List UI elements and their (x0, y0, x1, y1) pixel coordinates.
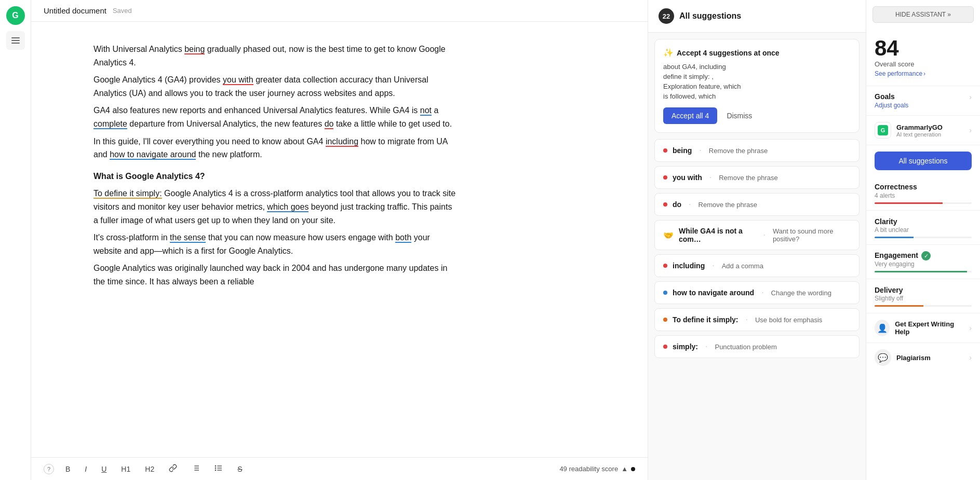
correctness-sub: 4 alerts (875, 192, 972, 199)
clarity-sub: A bit unclear (875, 226, 972, 234)
doc-saved-status: Saved (113, 7, 132, 15)
clarity-bar (875, 237, 972, 238)
editor-heading: What is Google Analytics 4? (93, 170, 457, 183)
plagiarism-icon: 💬 (875, 349, 891, 366)
accept-item-3: Exploration feature, which (663, 83, 851, 90)
clarity-section: Clarity A bit unclear (866, 211, 980, 245)
suggestion-dot-red (663, 264, 667, 268)
go-chevron: › (969, 126, 972, 134)
engagement-sub: Very engaging (875, 260, 972, 268)
underline-you-with: you with (223, 75, 253, 85)
editor-paragraph-5: To define it simply: Google Analytics 4 … (93, 187, 457, 227)
readability-score: 49 readability score ▲ (559, 465, 635, 473)
grammarly-go-title: GrammarlyGO (896, 124, 943, 131)
bottom-toolbar: ? B I U H1 H2 S 49 readability score ▲ (31, 457, 648, 480)
editor-paragraph-2: Google Analytics 4 (GA4) provides you wi… (93, 73, 457, 100)
suggestions-title: All suggestions (679, 11, 741, 21)
suggestion-item-do[interactable]: do · Remove the phrase (654, 193, 860, 216)
link-button[interactable] (166, 462, 180, 476)
left-toolbar: G (0, 0, 31, 480)
h1-button[interactable]: H1 (118, 463, 133, 475)
dismiss-button[interactable]: Dismiss (722, 107, 756, 124)
accept-item-4: is followed, which (663, 92, 851, 100)
doc-title: Untitled document (44, 6, 106, 15)
plagiarism-chevron: › (969, 353, 972, 362)
italic-button[interactable]: I (82, 463, 90, 475)
expert-card[interactable]: 👤 Get Expert Writing Help › (866, 313, 980, 343)
svg-point-10 (216, 468, 216, 468)
suggestion-dot-red (663, 202, 667, 207)
main-content: Untitled document Saved With Universal A… (31, 0, 648, 480)
delivery-title: Delivery (875, 286, 903, 294)
accept-items: about GA4, including define it simply: ,… (663, 63, 851, 100)
editor-paragraph-6: It's cross-platform in the sense that yo… (93, 231, 457, 257)
all-suggestions-button[interactable]: All suggestions (875, 152, 972, 170)
strikethrough-button[interactable]: S (234, 463, 245, 475)
adjust-goals-link[interactable]: Adjust goals (875, 102, 972, 109)
suggestions-list: ✨ Accept 4 suggestions at once about GA4… (648, 33, 866, 480)
suggestion-item-simply[interactable]: simply: · Punctuation problem (654, 335, 860, 358)
delivery-sub: Slightly off (875, 295, 972, 302)
suggestion-dot-red (663, 148, 667, 153)
underline-do: do (325, 119, 334, 129)
positive-emoji: 🤝 (663, 230, 674, 240)
underline-being: being (184, 45, 205, 54)
hamburger-line (11, 37, 20, 38)
hamburger-line (11, 43, 20, 44)
engagement-bar (875, 271, 972, 272)
grammarly-go-sub: AI text generation (896, 131, 943, 138)
accept-all-button[interactable]: Accept all 4 (663, 107, 717, 124)
suggestion-dot-orange (663, 318, 667, 322)
goals-section: Goals › Adjust goals (866, 86, 980, 116)
svg-point-9 (216, 465, 216, 466)
underline-not: not (420, 106, 432, 116)
suggestion-item-while-ga4[interactable]: 🤝 While GA4 is not a com… · Want to soun… (654, 220, 860, 250)
help-icon[interactable]: ? (44, 464, 54, 474)
suggestions-count-badge: 22 (659, 8, 674, 24)
suggestion-item-navigate[interactable]: how to navigate around · Change the word… (654, 281, 860, 304)
score-dot (631, 467, 635, 471)
svg-point-11 (216, 470, 216, 470)
hide-assistant-button[interactable]: HIDE ASSISTANT » (872, 6, 974, 23)
correctness-section: Correctness 4 alerts (866, 176, 980, 211)
accept-all-title: ✨ Accept 4 suggestions at once (663, 48, 851, 58)
hamburger-menu-button[interactable] (6, 31, 25, 50)
underline-to-define: To define it simply: (93, 189, 162, 199)
h2-button[interactable]: H2 (142, 463, 157, 475)
overall-score-card: 84 Overall score See performance › (866, 29, 980, 86)
expert-icon: 👤 (875, 320, 890, 336)
grammarly-logo: G (6, 6, 25, 25)
underline-button[interactable]: U (98, 463, 110, 475)
delivery-section: Delivery Slightly off (866, 279, 980, 313)
editor-area[interactable]: With Universal Analytics being gradually… (31, 22, 499, 457)
engagement-section: Engagement ✓ Very engaging (866, 245, 980, 279)
suggestion-item-being[interactable]: being · Remove the phrase (654, 139, 860, 162)
engagement-check-icon: ✓ (921, 251, 931, 260)
doc-header: Untitled document Saved (31, 0, 648, 22)
underline-how-to-navigate: how to navigate around (110, 150, 196, 160)
suggestions-panel: 22 All suggestions ✨ Accept 4 suggestion… (648, 0, 866, 480)
grammarly-go-card[interactable]: G GrammarlyGO AI text generation › (866, 116, 980, 145)
chevron-right-icon: › (923, 70, 925, 77)
plagiarism-title: Plagiarism (896, 354, 931, 362)
hamburger-line (11, 40, 20, 41)
suggestion-item-you-with[interactable]: you with · Remove the phrase (654, 166, 860, 189)
score-label: Overall score (875, 60, 972, 68)
suggestion-item-including[interactable]: including · Add a comma (654, 254, 860, 277)
plagiarism-card[interactable]: 💬 Plagiarism › (866, 343, 980, 372)
editor-paragraph-4: In this guide, I'll cover everything you… (93, 135, 457, 161)
accept-item-1: about GA4, including (663, 63, 851, 71)
bold-button[interactable]: B (62, 463, 73, 475)
accept-actions: Accept all 4 Dismiss (663, 107, 851, 124)
suggestion-dot-blue (663, 291, 667, 295)
ordered-list-button[interactable] (189, 462, 203, 476)
clarity-title: Clarity (875, 217, 897, 226)
engagement-title: Engagement (875, 251, 918, 259)
see-performance-link[interactable]: See performance › (875, 70, 972, 77)
underline-the-sense: the sense (170, 233, 206, 243)
suggestion-dot-red (663, 175, 667, 180)
suggestion-item-define[interactable]: To define it simply: · Use bold for emph… (654, 308, 860, 331)
underline-both: both (395, 233, 411, 243)
editor-paragraph-3: GA4 also features new reports and enhanc… (93, 104, 457, 130)
unordered-list-button[interactable] (211, 462, 226, 476)
